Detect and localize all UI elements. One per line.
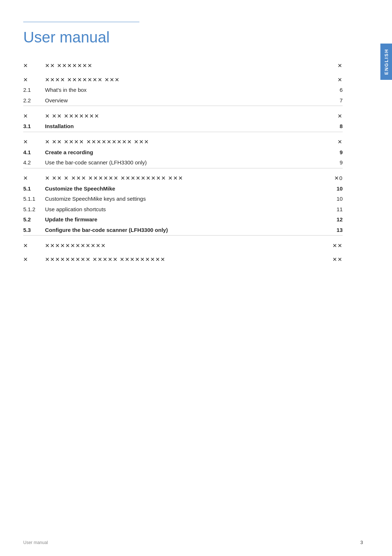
toc-section-title: ✕✕✕✕✕✕✕✕✕ ✕✕✕✕✕ ✕✕✕✕✕✕✕✕✕ <box>45 254 328 265</box>
toc-row: ✕ ✕✕✕✕✕✕✕✕✕ ✕✕✕✕✕ ✕✕✕✕✕✕✕✕✕ ✕✕ <box>23 254 343 265</box>
toc-section-title: ✕✕✕✕ ✕✕✕✕✕✕✕ ✕✕✕ <box>45 75 328 85</box>
toc-row: 3.1 Installation 8 <box>23 121 343 132</box>
toc-section-page: ✕0 <box>328 173 343 184</box>
toc-item-page: 12 <box>328 214 343 225</box>
toc-item-title: Configure the bar-code scanner (LFH3300 … <box>45 225 328 236</box>
toc-table: ✕ ✕✕ ✕✕✕✕✕✕✕ ✕ ✕ ✕✕✕✕ ✕✕✕✕✕✕✕ ✕✕✕ ✕ 2.1 … <box>23 61 343 265</box>
toc-item-num: 3.1 <box>23 121 45 132</box>
toc-section-page: ✕ <box>328 75 343 85</box>
toc-item-num: 2.1 <box>23 85 45 95</box>
toc-section-title: ✕✕✕✕✕✕✕✕✕✕✕✕ <box>45 241 328 251</box>
toc-row: 5.2 Update the firmware 12 <box>23 214 343 225</box>
toc-section-page: ✕ <box>328 61 343 71</box>
toc-section-page: ✕ <box>328 137 343 147</box>
toc-item-page: 6 <box>328 85 343 95</box>
toc-item-title: What's in the box <box>45 85 328 95</box>
toc-item-title: Update the firmware <box>45 214 328 225</box>
toc-section-title: ✕ ✕✕ ✕ ✕✕✕ ✕✕✕✕✕✕ ✕✕✕✕✕✕✕✕✕ ✕✕✕ <box>45 173 328 184</box>
toc-item-num: 5.3 <box>23 225 45 236</box>
toc-item-num: 2.2 <box>23 95 45 106</box>
toc-spacer-row <box>23 132 343 137</box>
toc-item-num: 4.1 <box>23 147 45 158</box>
toc-section-num: ✕ <box>23 111 45 122</box>
page-footer: User manual 3 <box>23 540 363 545</box>
toc-row: ✕ ✕ ✕✕ ✕✕✕✕✕✕✕ ✕ <box>23 111 343 122</box>
toc-section-page: ✕✕ <box>328 254 343 265</box>
toc-item-page: 13 <box>328 225 343 236</box>
toc-section-num: ✕ <box>23 173 45 184</box>
toc-row: 4.1 Create a recording 9 <box>23 147 343 158</box>
toc-item-title: Customize the SpeechMike <box>45 184 328 194</box>
toc-row: 5.1.1 Customize SpeechMike keys and sett… <box>23 194 343 204</box>
toc-section-num: ✕ <box>23 137 45 147</box>
toc-item-title: Overview <box>45 95 328 106</box>
toc-spacer-row <box>23 251 343 254</box>
toc-spacer-row <box>23 236 343 241</box>
toc-section-num: ✕ <box>23 75 45 85</box>
toc-spacer-row <box>23 168 343 173</box>
toc-item-num: 5.1.2 <box>23 204 45 215</box>
toc-item-title: Create a recording <box>45 147 328 158</box>
toc-section-page: ✕✕ <box>328 241 343 251</box>
footer-label: User manual <box>23 540 48 545</box>
toc-item-num: 5.1.1 <box>23 194 45 204</box>
toc-item-title: Use application shortcuts <box>45 204 328 215</box>
toc-section-num: ✕ <box>23 61 45 71</box>
toc-row: ✕ ✕✕✕✕✕✕✕✕✕✕✕✕ ✕✕ <box>23 241 343 251</box>
toc-row: ✕ ✕✕✕✕ ✕✕✕✕✕✕✕ ✕✕✕ ✕ <box>23 75 343 85</box>
toc-row: ✕ ✕✕ ✕✕✕✕✕✕✕ ✕ <box>23 61 343 71</box>
toc-row: 2.2 Overview 7 <box>23 95 343 106</box>
toc-item-num: 5.2 <box>23 214 45 225</box>
toc-item-page: 10 <box>328 194 343 204</box>
toc-row: 5.3 Configure the bar-code scanner (LFH3… <box>23 225 343 236</box>
toc-row: 5.1 Customize the SpeechMike 10 <box>23 184 343 194</box>
toc-item-title: Customize SpeechMike keys and settings <box>45 194 328 204</box>
page-container: ENGLISH User manual ✕ ✕✕ ✕✕✕✕✕✕✕ ✕ ✕ ✕✕✕… <box>0 0 392 556</box>
toc-item-page: 7 <box>328 95 343 106</box>
toc-item-num: 5.1 <box>23 184 45 194</box>
page-title: User manual <box>23 29 363 46</box>
toc-section-title: ✕ ✕✕ ✕✕✕✕ ✕✕✕✕✕✕✕✕✕ ✕✕✕ <box>45 137 328 147</box>
toc-item-page: 11 <box>328 204 343 215</box>
toc-section-title: ✕✕ ✕✕✕✕✕✕✕ <box>45 61 328 71</box>
toc-row: ✕ ✕ ✕✕ ✕ ✕✕✕ ✕✕✕✕✕✕ ✕✕✕✕✕✕✕✕✕ ✕✕✕ ✕0 <box>23 173 343 184</box>
toc-item-page: 9 <box>328 158 343 168</box>
toc-row: 4.2 Use the bar-code scanner (LFH3300 on… <box>23 158 343 168</box>
toc-section-num: ✕ <box>23 241 45 251</box>
toc-row: 2.1 What's in the box 6 <box>23 85 343 95</box>
toc-spacer-row <box>23 71 343 75</box>
toc-section-title: ✕ ✕✕ ✕✕✕✕✕✕✕ <box>45 111 328 122</box>
toc-item-title: Installation <box>45 121 328 132</box>
toc-section-num: ✕ <box>23 254 45 265</box>
toc-spacer-row <box>23 106 343 111</box>
toc-section-page: ✕ <box>328 111 343 122</box>
toc-row: ✕ ✕ ✕✕ ✕✕✕✕ ✕✕✕✕✕✕✕✕✕ ✕✕✕ ✕ <box>23 137 343 147</box>
toc-item-page: 10 <box>328 184 343 194</box>
toc-item-page: 9 <box>328 147 343 158</box>
toc-item-num: 4.2 <box>23 158 45 168</box>
footer-page: 3 <box>360 540 363 545</box>
toc-item-title: Use the bar-code scanner (LFH3300 only) <box>45 158 328 168</box>
toc-row: 5.1.2 Use application shortcuts 11 <box>23 204 343 215</box>
top-rule <box>23 22 139 22</box>
toc-item-page: 8 <box>328 121 343 132</box>
side-tab: ENGLISH <box>380 44 392 80</box>
